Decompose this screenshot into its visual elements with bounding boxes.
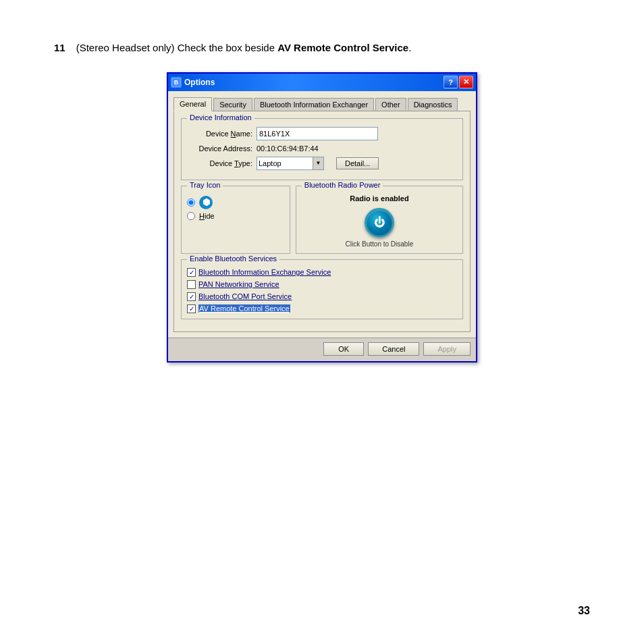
select-arrow-icon: ▼ (313, 157, 323, 169)
service-1-checkbox[interactable]: ✓ (187, 268, 196, 277)
step-text-after: . (408, 42, 411, 53)
device-address-label: Device Address: (188, 144, 252, 153)
service-item-3: ✓ Bluetooth COM Port Service (187, 292, 457, 301)
power-button[interactable]: ⏻ (365, 208, 394, 238)
device-type-row: Device Type: Laptop ▼ Detail... (188, 157, 456, 170)
service-2-checkbox[interactable] (187, 280, 196, 289)
service-item-1: ✓ Bluetooth Information Exchange Service (187, 268, 457, 277)
tray-icon-legend: Tray Icon (187, 181, 223, 189)
dialog-icon: B (171, 77, 182, 88)
tray-show-option: ⬢ (187, 196, 284, 209)
ok-button[interactable]: OK (323, 342, 364, 356)
page-number: 33 (578, 605, 590, 617)
bluetooth-tray-icon: ⬢ (199, 196, 213, 209)
device-name-row: Device Name: (188, 127, 456, 140)
tab-bluetooth-info-exchanger[interactable]: Bluetooth Information Exchanger (254, 98, 374, 111)
tray-icon-section: Tray Icon ⬢ Hide (181, 186, 290, 254)
device-type-select[interactable]: Laptop ▼ (257, 157, 324, 170)
services-section: Enable Bluetooth Services ✓ Bluetooth In… (181, 259, 463, 319)
power-icon: ⏻ (374, 217, 385, 228)
device-info-section: Device Information Device Name: Device A… (181, 118, 463, 180)
radio-status-text: Radio is enabled (350, 194, 408, 203)
device-address-row: Device Address: 00:10:C6:94:B7:44 (188, 144, 456, 153)
service-4-label[interactable]: AV Remote Control Service (198, 304, 290, 313)
device-type-value: Laptop (259, 159, 281, 167)
tray-hide-option: Hide (187, 212, 284, 220)
device-info-legend: Device Information (187, 113, 254, 122)
device-address-value: 00:10:C6:94:B7:44 (257, 144, 319, 153)
cancel-button[interactable]: Cancel (368, 342, 419, 356)
step-text-before: (Stereo Headset only) Check the box besi… (76, 42, 278, 53)
apply-button[interactable]: Apply (423, 342, 471, 356)
tab-diagnostics[interactable]: Diagnostics (408, 98, 458, 111)
close-button[interactable]: ✕ (459, 76, 473, 88)
service-1-label[interactable]: Bluetooth Information Exchange Service (198, 268, 331, 276)
service-3-label[interactable]: Bluetooth COM Port Service (198, 292, 292, 300)
dialog-body: General Security Bluetooth Information E… (168, 91, 476, 338)
help-button[interactable]: ? (444, 76, 458, 88)
service-item-2: PAN Networking Service (187, 280, 457, 289)
services-legend: Enable Bluetooth Services (187, 254, 279, 263)
dialog-title: Options (184, 78, 215, 87)
page-content: 11(Stereo Headset only) Check the box be… (0, 0, 644, 390)
titlebar-buttons: ? ✕ (444, 76, 473, 88)
tab-content-general: Device Information Device Name: Device A… (173, 111, 471, 332)
device-type-label: Device Type: (188, 159, 252, 167)
options-dialog: B Options ? ✕ General Security Bluetooth… (167, 72, 477, 363)
tab-general[interactable]: General (173, 97, 212, 111)
step-instruction: 11(Stereo Headset only) Check the box be… (54, 41, 590, 56)
tray-hide-label: Hide (199, 212, 215, 220)
device-name-input[interactable] (257, 127, 378, 140)
tray-show-radio[interactable] (187, 198, 195, 207)
svg-text:B: B (174, 79, 179, 86)
tab-bar: General Security Bluetooth Information E… (173, 97, 471, 111)
dialog-titlebar: B Options ? ✕ (168, 74, 476, 91)
radio-click-text: Click Button to Disable (346, 240, 414, 248)
step-number: 11 (54, 42, 65, 53)
service-item-4: ✓ AV Remote Control Service (187, 304, 457, 313)
bluetooth-radio-legend: Bluetooth Radio Power (302, 181, 383, 189)
dialog-buttons: OK Cancel Apply (168, 338, 476, 361)
title-left: B Options (171, 77, 215, 88)
middle-sections: Tray Icon ⬢ Hide (181, 186, 463, 254)
detail-button[interactable]: Detail... (336, 157, 379, 169)
dialog-container: B Options ? ✕ General Security Bluetooth… (54, 72, 590, 363)
service-2-label[interactable]: PAN Networking Service (198, 280, 279, 288)
service-4-checkbox[interactable]: ✓ (187, 304, 196, 313)
tray-hide-radio[interactable] (187, 212, 195, 220)
step-text-bold: AV Remote Control Service (277, 42, 408, 53)
bluetooth-radio-section: Bluetooth Radio Power Radio is enabled ⏻… (296, 186, 463, 254)
tab-other[interactable]: Other (375, 98, 406, 111)
device-name-label: Device Name: (188, 130, 252, 138)
tab-security[interactable]: Security (213, 98, 252, 111)
service-3-checkbox[interactable]: ✓ (187, 292, 196, 301)
